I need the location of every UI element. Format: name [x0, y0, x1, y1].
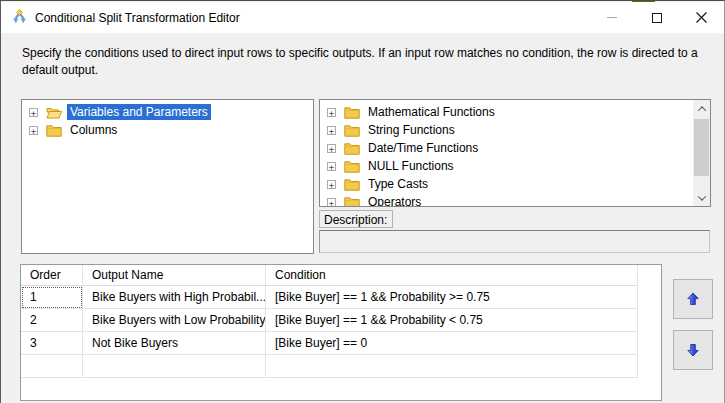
scroll-up-button[interactable] [693, 100, 710, 117]
tree-item-variables-and-parameters[interactable]: + Variables and Parameters [22, 103, 313, 121]
move-down-button[interactable] [673, 330, 713, 370]
tree-item-label: Date/Time Functions [365, 140, 481, 156]
tree-item-operators[interactable]: + Operators [320, 193, 693, 207]
titlebar[interactable]: Conditional Split Transformation Editor [1, 2, 724, 33]
maximize-icon [652, 13, 662, 23]
functions-tree[interactable]: + Mathematical Functions + String Functi… [319, 99, 711, 207]
window-title: Conditional Split Transformation Editor [35, 11, 240, 25]
folder-closed-icon [344, 178, 360, 191]
expand-plus-icon[interactable]: + [327, 126, 336, 135]
folder-closed-icon [344, 196, 360, 208]
cell-order[interactable]: 2 [21, 309, 83, 332]
conditional-split-icon [11, 9, 28, 26]
tree-item-mathematical-functions[interactable]: + Mathematical Functions [320, 103, 693, 121]
expand-plus-icon[interactable]: + [327, 198, 336, 207]
folder-open-icon [46, 106, 62, 119]
conditions-grid[interactable]: Order Output Name Condition 1 Bike Buyer… [20, 264, 662, 401]
cell-output-name[interactable]: Not Bike Buyers [83, 332, 266, 355]
expand-plus-icon[interactable]: + [29, 126, 38, 135]
folder-closed-icon [344, 160, 360, 173]
expand-plus-icon[interactable]: + [327, 144, 336, 153]
close-icon [696, 12, 707, 23]
arrow-down-icon [686, 343, 700, 357]
column-header-order[interactable]: Order [21, 265, 83, 286]
grid-header-row: Order Output Name Condition [21, 265, 661, 286]
tree-item-label: Operators [365, 194, 424, 207]
folder-closed-icon [344, 142, 360, 155]
folder-closed-icon [344, 124, 360, 137]
folder-closed-icon [46, 124, 62, 137]
minimize-button[interactable] [589, 2, 634, 33]
cell-output-name[interactable]: Bike Buyers with High Probabil... [83, 286, 266, 309]
expand-plus-icon[interactable]: + [327, 108, 336, 117]
move-up-button[interactable] [673, 279, 713, 319]
table-row[interactable]: 2 Bike Buyers with Low Probability [Bike… [21, 309, 661, 332]
expand-plus-icon[interactable]: + [327, 162, 336, 171]
cell-order[interactable]: 1 [21, 286, 83, 309]
tree-item-columns[interactable]: + Columns [22, 121, 313, 139]
tree-item-label: Mathematical Functions [365, 104, 498, 120]
close-button[interactable] [679, 2, 724, 33]
conditional-split-editor-dialog: Conditional Split Transformation Editor … [0, 0, 725, 403]
chevron-up-icon [697, 106, 705, 114]
scrollbar-thumb[interactable] [694, 119, 709, 176]
variables-columns-tree[interactable]: + Variables and Parameters + Columns [21, 99, 314, 254]
chevron-down-icon [697, 192, 705, 200]
tree-item-label: Type Casts [365, 176, 431, 192]
tree-item-null-functions[interactable]: + NULL Functions [320, 157, 693, 175]
cell-output-name[interactable]: Bike Buyers with Low Probability [83, 309, 266, 332]
tree-item-string-functions[interactable]: + String Functions [320, 121, 693, 139]
scroll-down-button[interactable] [693, 189, 710, 206]
cell-output-name[interactable] [83, 355, 266, 378]
table-row[interactable]: 1 Bike Buyers with High Probabil... [Bik… [21, 286, 661, 309]
description-field[interactable] [319, 230, 710, 253]
tree-item-label: Variables and Parameters [67, 104, 211, 120]
column-header-condition[interactable]: Condition [266, 265, 638, 286]
cell-condition[interactable]: [Bike Buyer] == 0 [266, 332, 638, 355]
table-row-empty[interactable] [21, 355, 661, 378]
tree-item-label: Columns [67, 122, 120, 138]
description-label: Description: [319, 210, 393, 228]
column-header-output-name[interactable]: Output Name [83, 265, 266, 286]
tree-item-type-casts[interactable]: + Type Casts [320, 175, 693, 193]
folder-closed-icon [344, 106, 360, 119]
dialog-instructions: Specify the conditions used to direct in… [22, 45, 720, 78]
expand-plus-icon[interactable]: + [29, 108, 38, 117]
arrow-up-icon [686, 292, 700, 306]
minimize-icon [607, 17, 617, 18]
cell-order[interactable]: 3 [21, 332, 83, 355]
cell-condition[interactable]: [Bike Buyer] == 1 && Probability < 0.75 [266, 309, 638, 332]
tree-item-datetime-functions[interactable]: + Date/Time Functions [320, 139, 693, 157]
table-row[interactable]: 3 Not Bike Buyers [Bike Buyer] == 0 [21, 332, 661, 355]
expand-plus-icon[interactable]: + [327, 180, 336, 189]
tree-item-label: NULL Functions [365, 158, 457, 174]
cell-order[interactable] [21, 355, 83, 378]
tree-item-label: String Functions [365, 122, 458, 138]
vertical-scrollbar[interactable] [693, 100, 710, 206]
cell-condition[interactable]: [Bike Buyer] == 1 && Probability >= 0.75 [266, 286, 638, 309]
cell-condition[interactable] [266, 355, 638, 378]
caption-buttons [589, 2, 724, 33]
maximize-button[interactable] [634, 2, 679, 33]
